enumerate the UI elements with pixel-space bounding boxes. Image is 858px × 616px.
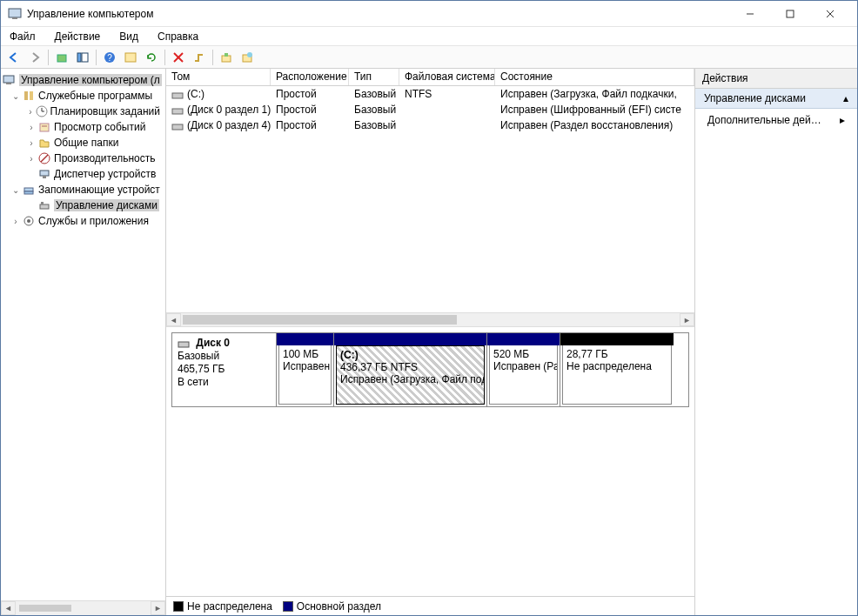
scroll-left-icon[interactable]: ◄ xyxy=(166,313,181,326)
back-button[interactable] xyxy=(4,48,23,67)
partition-body: 100 МБИсправен xyxy=(278,345,332,405)
app-icon xyxy=(8,7,22,21)
actions-diskmgmt[interactable]: Управление дисками ▴ xyxy=(695,89,857,109)
expand-icon[interactable]: ⌄ xyxy=(10,185,22,195)
close-button[interactable] xyxy=(810,1,850,27)
tree-diskmgmt[interactable]: Управление дисками xyxy=(3,198,164,213)
col-status[interactable]: Состояние xyxy=(495,69,694,85)
svg-point-17 xyxy=(247,52,252,57)
svg-rect-40 xyxy=(178,342,189,347)
menu-action[interactable]: Действие xyxy=(51,29,104,44)
col-volume[interactable]: Том xyxy=(166,69,271,85)
action1-button[interactable] xyxy=(217,48,236,67)
volume-list: (C:)ПростойБазовыйNTFSИсправен (Загрузка… xyxy=(166,86,694,312)
scroll-right-icon[interactable]: ► xyxy=(151,601,165,615)
svg-rect-34 xyxy=(41,202,44,204)
expand-icon[interactable]: › xyxy=(25,154,37,164)
folder-icon xyxy=(37,136,51,150)
tree-tasksched[interactable]: › Планировщик заданий xyxy=(3,104,164,119)
col-fs[interactable]: Файловая система xyxy=(399,69,495,85)
expand-icon[interactable]: › xyxy=(25,138,37,148)
expand-icon[interactable]: ⌄ xyxy=(10,91,22,101)
disk-graphical-area: Диск 0 Базовый 465,75 ГБ В сети 100 МБИс… xyxy=(166,327,694,596)
properties-button[interactable] xyxy=(121,48,140,67)
legend-unalloc: Не распределена xyxy=(187,600,272,613)
svg-rect-7 xyxy=(77,53,81,62)
tree-systools[interactable]: ⌄ Служебные программы xyxy=(3,88,164,104)
services-icon xyxy=(22,214,36,228)
actions-more[interactable]: Дополнительные дей… ▸ xyxy=(695,109,857,131)
partition-body: 28,77 ГБНе распределена xyxy=(562,345,672,405)
menu-view[interactable]: Вид xyxy=(116,29,142,44)
toolbar: ? xyxy=(1,46,857,69)
minimize-button[interactable] xyxy=(730,1,770,27)
maximize-button[interactable] xyxy=(770,1,810,27)
refresh-button[interactable] xyxy=(142,48,161,67)
device-icon xyxy=(37,167,51,181)
svg-rect-15 xyxy=(225,53,228,57)
volume-row[interactable]: (C:)ПростойБазовыйNTFSИсправен (Загрузка… xyxy=(166,86,694,102)
show-hide-tree-button[interactable] xyxy=(73,48,92,67)
disk-name: Диск 0 xyxy=(196,337,230,349)
content-area: Управление компьютером (л ⌄ Служебные пр… xyxy=(1,69,857,615)
disk-icon xyxy=(178,338,190,350)
disk-0[interactable]: Диск 0 Базовый 465,75 ГБ В сети 100 МБИс… xyxy=(171,332,689,407)
partition-stripe xyxy=(560,333,674,345)
actions-header: Действия xyxy=(695,69,857,89)
partition[interactable]: 28,77 ГБНе распределена xyxy=(560,333,674,406)
menu-help[interactable]: Справка xyxy=(154,29,202,44)
legend-unalloc-swatch xyxy=(173,601,184,612)
tree-root[interactable]: Управление компьютером (л xyxy=(3,72,164,88)
svg-text:?: ? xyxy=(107,53,112,63)
scroll-left-icon[interactable]: ◄ xyxy=(1,601,16,615)
svg-rect-21 xyxy=(30,91,33,100)
volume-row[interactable]: (Диск 0 раздел 4)ПростойБазовыйИсправен … xyxy=(166,117,694,133)
tools-icon xyxy=(22,89,36,103)
forward-button[interactable] xyxy=(25,48,44,67)
svg-point-36 xyxy=(27,219,30,223)
event-icon xyxy=(37,120,51,134)
partition[interactable]: 520 МБИсправен (Ра xyxy=(487,333,560,406)
menu-file[interactable]: Файл xyxy=(6,29,39,44)
tree-perf[interactable]: › Производительность xyxy=(3,151,164,166)
tree-eventviewer[interactable]: › Просмотр событий xyxy=(3,119,164,135)
disk-size: 465,75 ГБ xyxy=(178,363,225,375)
col-layout[interactable]: Расположение xyxy=(271,69,349,85)
svg-rect-3 xyxy=(787,10,794,17)
partition[interactable]: (C:)436,37 ГБ NTFSИсправен (Загрузка, Фа… xyxy=(334,333,487,406)
col-type[interactable]: Тип xyxy=(349,69,399,85)
storage-icon xyxy=(22,183,36,197)
expand-icon[interactable]: › xyxy=(10,217,22,226)
partition[interactable]: 100 МБИсправен xyxy=(277,333,334,406)
partition-stripe xyxy=(487,333,560,345)
tree-devmgr[interactable]: Диспетчер устройств xyxy=(3,166,164,182)
settings-button[interactable] xyxy=(190,48,209,67)
drive-icon xyxy=(171,121,184,131)
svg-rect-33 xyxy=(40,204,49,209)
main-scrollbar[interactable]: ◄ ► xyxy=(166,312,694,327)
svg-rect-32 xyxy=(24,191,33,194)
scroll-right-icon[interactable]: ► xyxy=(680,313,694,326)
action2-button[interactable] xyxy=(238,48,257,67)
nav-tree: Управление компьютером (л ⌄ Служебные пр… xyxy=(1,69,166,615)
tree-shared[interactable]: › Общие папки xyxy=(3,135,164,151)
up-button[interactable] xyxy=(52,48,71,67)
tree-scrollbar[interactable]: ◄ ► xyxy=(1,600,165,615)
svg-rect-1 xyxy=(12,17,17,19)
svg-rect-19 xyxy=(6,83,11,84)
drive-icon xyxy=(171,105,184,116)
volume-row[interactable]: (Диск 0 раздел 1)ПростойБазовыйИсправен … xyxy=(166,102,694,117)
expand-icon[interactable]: › xyxy=(25,123,37,132)
tree-services[interactable]: › Службы и приложения xyxy=(3,213,164,229)
disk-status: В сети xyxy=(178,376,209,388)
tree-storage[interactable]: ⌄ Запоминающие устройст xyxy=(3,182,164,198)
volume-header: Том Расположение Тип Файловая система Со… xyxy=(166,69,694,86)
disk-icon xyxy=(37,198,51,212)
actions-pane: Действия Управление дисками ▴ Дополнител… xyxy=(695,69,857,615)
help-button[interactable]: ? xyxy=(100,48,119,67)
titlebar: Управление компьютером xyxy=(1,1,857,27)
expand-icon[interactable]: › xyxy=(25,107,36,117)
svg-rect-0 xyxy=(9,9,21,17)
delete-button[interactable] xyxy=(169,48,188,67)
legend-primary: Основной раздел xyxy=(297,600,381,613)
